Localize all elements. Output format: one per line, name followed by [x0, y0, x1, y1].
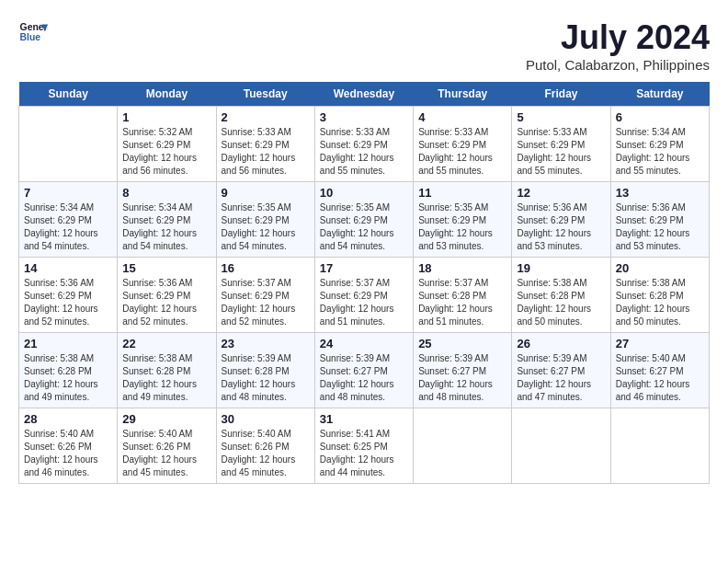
day-number: 22	[122, 337, 210, 350]
day-number: 1	[122, 110, 210, 124]
calendar-cell: 13Sunrise: 5:36 AMSunset: 6:29 PMDayligh…	[610, 182, 709, 258]
header: General Blue July 2024 Putol, Calabarzon…	[18, 18, 710, 73]
day-number: 28	[24, 412, 112, 426]
weekday-sunday: Sunday	[19, 82, 118, 107]
day-info: Sunrise: 5:40 AMSunset: 6:26 PMDaylight:…	[24, 428, 112, 479]
calendar-cell: 8Sunrise: 5:34 AMSunset: 6:29 PMDaylight…	[118, 182, 216, 258]
day-info: Sunrise: 5:37 AMSunset: 6:29 PMDaylight:…	[320, 277, 408, 328]
day-number: 20	[616, 261, 704, 275]
day-info: Sunrise: 5:34 AMSunset: 6:29 PMDaylight:…	[24, 201, 112, 253]
day-number: 24	[320, 337, 408, 350]
calendar-cell: 28Sunrise: 5:40 AMSunset: 6:26 PMDayligh…	[19, 408, 118, 484]
weekday-header-row: SundayMondayTuesdayWednesdayThursdayFrid…	[19, 82, 710, 107]
svg-text:Blue: Blue	[20, 32, 41, 42]
day-info: Sunrise: 5:35 AMSunset: 6:29 PMDaylight:…	[418, 201, 506, 253]
calendar-cell: 27Sunrise: 5:40 AMSunset: 6:27 PMDayligh…	[610, 333, 709, 408]
calendar-cell	[610, 408, 709, 484]
day-info: Sunrise: 5:37 AMSunset: 6:29 PMDaylight:…	[222, 277, 310, 328]
calendar-cell: 25Sunrise: 5:39 AMSunset: 6:27 PMDayligh…	[414, 333, 512, 408]
day-info: Sunrise: 5:36 AMSunset: 6:29 PMDaylight:…	[616, 201, 704, 253]
calendar-cell: 6Sunrise: 5:34 AMSunset: 6:29 PMDaylight…	[610, 107, 709, 182]
calendar-body: 1Sunrise: 5:32 AMSunset: 6:29 PMDaylight…	[19, 107, 710, 484]
day-number: 31	[320, 412, 408, 426]
day-info: Sunrise: 5:35 AMSunset: 6:29 PMDaylight:…	[320, 201, 408, 253]
day-number: 21	[24, 337, 112, 350]
calendar-cell: 17Sunrise: 5:37 AMSunset: 6:29 PMDayligh…	[314, 258, 413, 333]
day-info: Sunrise: 5:39 AMSunset: 6:27 PMDaylight:…	[320, 352, 408, 404]
day-info: Sunrise: 5:39 AMSunset: 6:28 PMDaylight:…	[222, 352, 310, 404]
day-number: 17	[320, 261, 408, 275]
day-info: Sunrise: 5:38 AMSunset: 6:28 PMDaylight:…	[517, 277, 605, 328]
calendar-cell: 16Sunrise: 5:37 AMSunset: 6:29 PMDayligh…	[216, 258, 314, 333]
week-row-4: 21Sunrise: 5:38 AMSunset: 6:28 PMDayligh…	[19, 333, 710, 408]
day-number: 30	[222, 412, 310, 426]
day-number: 10	[320, 186, 408, 200]
week-row-2: 7Sunrise: 5:34 AMSunset: 6:29 PMDaylight…	[19, 182, 710, 258]
day-number: 3	[320, 110, 408, 124]
day-info: Sunrise: 5:34 AMSunset: 6:29 PMDaylight:…	[122, 201, 210, 253]
day-info: Sunrise: 5:33 AMSunset: 6:29 PMDaylight:…	[222, 126, 310, 178]
weekday-monday: Monday	[118, 82, 216, 107]
logo: General Blue	[18, 18, 48, 48]
day-info: Sunrise: 5:35 AMSunset: 6:29 PMDaylight:…	[222, 201, 310, 253]
day-info: Sunrise: 5:40 AMSunset: 6:26 PMDaylight:…	[122, 428, 210, 479]
day-number: 18	[418, 261, 506, 275]
calendar-cell: 5Sunrise: 5:33 AMSunset: 6:29 PMDaylight…	[512, 107, 610, 182]
weekday-friday: Friday	[512, 82, 610, 107]
day-number: 11	[418, 186, 506, 200]
calendar-cell: 10Sunrise: 5:35 AMSunset: 6:29 PMDayligh…	[314, 182, 413, 258]
day-info: Sunrise: 5:37 AMSunset: 6:28 PMDaylight:…	[418, 277, 506, 328]
weekday-saturday: Saturday	[610, 82, 709, 107]
day-number: 14	[24, 261, 112, 275]
weekday-thursday: Thursday	[414, 82, 512, 107]
title-section: July 2024 Putol, Calabarzon, Philippines	[526, 18, 710, 73]
calendar-cell: 4Sunrise: 5:33 AMSunset: 6:29 PMDaylight…	[414, 107, 512, 182]
calendar-cell: 19Sunrise: 5:38 AMSunset: 6:28 PMDayligh…	[512, 258, 610, 333]
day-info: Sunrise: 5:40 AMSunset: 6:26 PMDaylight:…	[222, 428, 310, 479]
calendar-cell: 9Sunrise: 5:35 AMSunset: 6:29 PMDaylight…	[216, 182, 314, 258]
day-number: 15	[122, 261, 210, 275]
day-number: 4	[418, 110, 506, 124]
calendar-cell: 23Sunrise: 5:39 AMSunset: 6:28 PMDayligh…	[216, 333, 314, 408]
logo-icon: General Blue	[18, 18, 48, 48]
day-info: Sunrise: 5:34 AMSunset: 6:29 PMDaylight:…	[616, 126, 704, 178]
day-info: Sunrise: 5:33 AMSunset: 6:29 PMDaylight:…	[320, 126, 408, 178]
calendar-cell: 20Sunrise: 5:38 AMSunset: 6:28 PMDayligh…	[610, 258, 709, 333]
calendar-cell: 18Sunrise: 5:37 AMSunset: 6:28 PMDayligh…	[414, 258, 512, 333]
calendar-cell: 24Sunrise: 5:39 AMSunset: 6:27 PMDayligh…	[314, 333, 413, 408]
calendar-cell: 14Sunrise: 5:36 AMSunset: 6:29 PMDayligh…	[19, 258, 118, 333]
day-info: Sunrise: 5:39 AMSunset: 6:27 PMDaylight:…	[418, 352, 506, 404]
day-number: 27	[616, 337, 704, 350]
day-info: Sunrise: 5:40 AMSunset: 6:27 PMDaylight:…	[616, 352, 704, 404]
calendar-cell: 22Sunrise: 5:38 AMSunset: 6:28 PMDayligh…	[118, 333, 216, 408]
day-number: 29	[122, 412, 210, 426]
day-number: 26	[517, 337, 605, 350]
calendar-cell	[414, 408, 512, 484]
day-number: 9	[222, 186, 310, 200]
day-info: Sunrise: 5:39 AMSunset: 6:27 PMDaylight:…	[517, 352, 605, 404]
day-number: 7	[24, 186, 112, 200]
day-info: Sunrise: 5:38 AMSunset: 6:28 PMDaylight:…	[122, 352, 210, 404]
location-label: Putol, Calabarzon, Philippines	[526, 57, 710, 73]
calendar-cell: 3Sunrise: 5:33 AMSunset: 6:29 PMDaylight…	[314, 107, 413, 182]
month-year-title: July 2024	[526, 18, 710, 57]
day-info: Sunrise: 5:33 AMSunset: 6:29 PMDaylight:…	[517, 126, 605, 178]
calendar-cell	[512, 408, 610, 484]
week-row-1: 1Sunrise: 5:32 AMSunset: 6:29 PMDaylight…	[19, 107, 710, 182]
calendar-cell: 2Sunrise: 5:33 AMSunset: 6:29 PMDaylight…	[216, 107, 314, 182]
calendar-cell: 31Sunrise: 5:41 AMSunset: 6:25 PMDayligh…	[314, 408, 413, 484]
day-info: Sunrise: 5:32 AMSunset: 6:29 PMDaylight:…	[122, 126, 210, 178]
calendar-cell: 11Sunrise: 5:35 AMSunset: 6:29 PMDayligh…	[414, 182, 512, 258]
day-number: 23	[222, 337, 310, 350]
calendar-table: SundayMondayTuesdayWednesdayThursdayFrid…	[18, 82, 710, 484]
calendar-cell: 26Sunrise: 5:39 AMSunset: 6:27 PMDayligh…	[512, 333, 610, 408]
calendar-cell	[19, 107, 118, 182]
calendar-cell: 15Sunrise: 5:36 AMSunset: 6:29 PMDayligh…	[118, 258, 216, 333]
day-number: 25	[418, 337, 506, 350]
day-number: 8	[122, 186, 210, 200]
day-info: Sunrise: 5:36 AMSunset: 6:29 PMDaylight:…	[24, 277, 112, 328]
day-info: Sunrise: 5:36 AMSunset: 6:29 PMDaylight:…	[517, 201, 605, 253]
calendar-cell: 7Sunrise: 5:34 AMSunset: 6:29 PMDaylight…	[19, 182, 118, 258]
day-info: Sunrise: 5:36 AMSunset: 6:29 PMDaylight:…	[122, 277, 210, 328]
week-row-3: 14Sunrise: 5:36 AMSunset: 6:29 PMDayligh…	[19, 258, 710, 333]
